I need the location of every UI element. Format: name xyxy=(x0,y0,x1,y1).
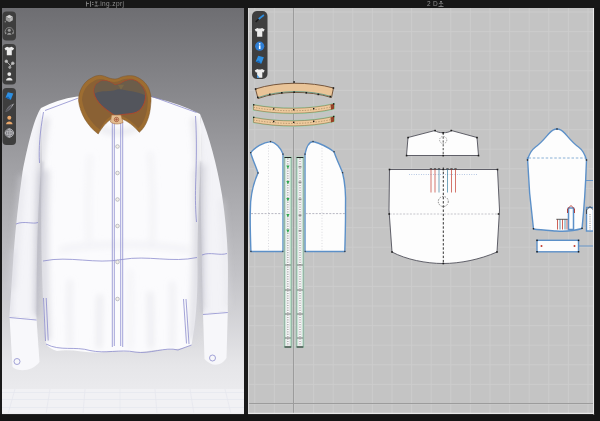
svg-text:D: D xyxy=(433,0,438,7)
svg-text:.ing.zprj: .ing.zprj xyxy=(98,0,124,8)
svg-text:2: 2 xyxy=(427,0,431,7)
